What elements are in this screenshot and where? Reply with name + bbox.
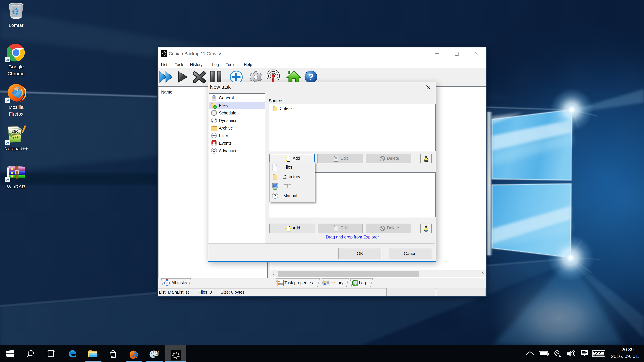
svg-text:?: ? — [308, 72, 314, 82]
svg-text:?: ? — [274, 193, 276, 198]
